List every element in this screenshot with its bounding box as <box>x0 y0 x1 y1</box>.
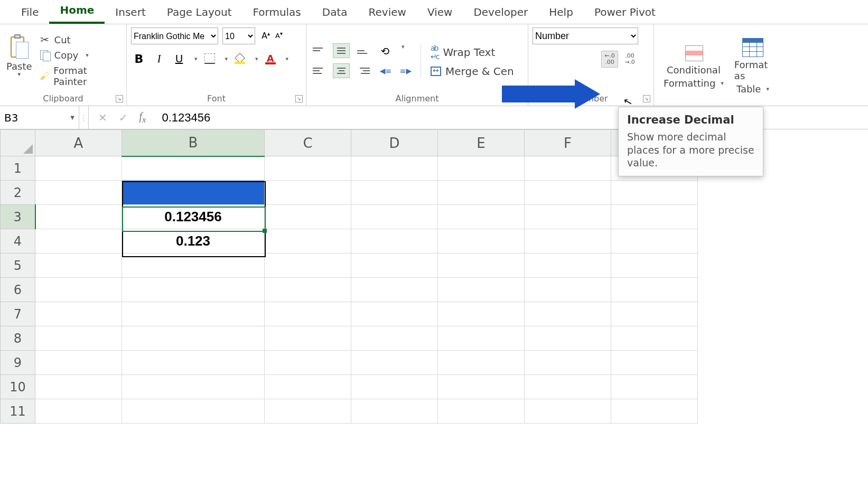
decrease-font-size-button[interactable]: A▾ <box>273 30 285 42</box>
orientation-button[interactable]: ⟲ <box>377 43 393 59</box>
cell-d6[interactable] <box>351 278 438 302</box>
cell-d10[interactable] <box>351 375 438 399</box>
cell-d4[interactable] <box>351 229 438 254</box>
cell-b2[interactable] <box>122 181 265 205</box>
cell-e6[interactable] <box>438 278 525 302</box>
fx-icon[interactable]: fx <box>139 110 146 125</box>
cell-d1[interactable] <box>351 156 438 181</box>
cell-c6[interactable] <box>265 278 351 302</box>
cell-a6[interactable] <box>35 278 122 302</box>
align-top-button[interactable] <box>311 43 328 58</box>
tab-view[interactable]: View <box>417 1 463 24</box>
cell-a2[interactable] <box>35 181 122 205</box>
format-painter-button[interactable]: 🖌 Format Painter <box>40 65 119 87</box>
cell-a3[interactable] <box>35 205 122 229</box>
cell-b1[interactable] <box>122 156 265 181</box>
cell-b5[interactable] <box>122 254 265 278</box>
row-header-1[interactable]: 1 <box>1 156 35 181</box>
col-header-d[interactable]: D <box>351 130 438 156</box>
number-format-select[interactable]: Number <box>533 27 638 44</box>
cell-b3[interactable]: 0.123456 <box>122 205 265 229</box>
copy-button[interactable]: Copy ▾ <box>40 50 119 61</box>
cell-a1[interactable] <box>35 156 122 181</box>
cell-a7[interactable] <box>35 302 122 326</box>
name-box[interactable]: B3 ▼ <box>0 106 79 129</box>
cell-d11[interactable] <box>351 399 438 424</box>
col-header-a[interactable]: A <box>35 130 122 156</box>
cell-d9[interactable] <box>351 351 438 375</box>
cell-b10[interactable] <box>122 375 265 399</box>
format-as-table-button[interactable]: Format as Table▾ <box>729 38 777 95</box>
cell-f5[interactable] <box>525 254 611 278</box>
name-box-dropdown[interactable]: ▼ <box>70 115 74 120</box>
font-dialog-launcher[interactable]: ↘ <box>295 95 303 102</box>
cell-g7[interactable] <box>611 302 698 326</box>
merge-center-button[interactable]: Merge & Cen <box>431 65 514 78</box>
borders-button[interactable] <box>202 51 218 67</box>
orientation-dropdown[interactable]: ▾ <box>402 43 405 59</box>
number-dialog-launcher[interactable]: ↘ <box>643 95 650 102</box>
cell-e9[interactable] <box>438 351 525 375</box>
cell-f3[interactable] <box>525 205 611 229</box>
font-color-dropdown[interactable]: ▾ <box>286 55 289 62</box>
cell-d3[interactable] <box>351 205 438 229</box>
tab-help[interactable]: Help <box>538 1 584 24</box>
cell-g8[interactable] <box>611 326 698 351</box>
cell-b8[interactable] <box>122 326 265 351</box>
tab-data[interactable]: Data <box>312 1 358 24</box>
paste-button[interactable]: Paste ▾ <box>4 32 34 78</box>
cell-e5[interactable] <box>438 254 525 278</box>
cell-e7[interactable] <box>438 302 525 326</box>
cell-g10[interactable] <box>611 375 698 399</box>
align-center-button[interactable] <box>333 63 350 78</box>
cell-c4[interactable] <box>265 229 351 254</box>
cell-c3[interactable] <box>265 205 351 229</box>
cell-c11[interactable] <box>265 399 351 424</box>
cell-a5[interactable] <box>35 254 122 278</box>
cell-b6[interactable] <box>122 278 265 302</box>
fill-color-dropdown[interactable]: ▾ <box>255 55 258 62</box>
cell-g3[interactable] <box>611 205 698 229</box>
col-header-e[interactable]: E <box>438 130 525 156</box>
decrease-indent-button[interactable]: ◀≡ <box>377 63 394 78</box>
clipboard-dialog-launcher[interactable]: ↘ <box>116 95 123 102</box>
row-header-3[interactable]: 3 <box>1 205 35 229</box>
cell-b11[interactable] <box>122 399 265 424</box>
underline-button[interactable]: U <box>171 51 187 67</box>
paste-dropdown[interactable]: ▾ <box>18 73 21 76</box>
row-header-6[interactable]: 6 <box>1 278 35 302</box>
font-name-select[interactable]: Franklin Gothic Me <box>131 27 218 44</box>
tab-file[interactable]: File <box>11 1 49 24</box>
font-color-button[interactable]: A <box>263 51 278 67</box>
tab-power-pivot[interactable]: Power Pivot <box>584 1 666 24</box>
cell-a8[interactable] <box>35 326 122 351</box>
cell-c8[interactable] <box>265 326 351 351</box>
cell-e11[interactable] <box>438 399 525 424</box>
cell-f7[interactable] <box>525 302 611 326</box>
row-header-2[interactable]: 2 <box>1 181 35 205</box>
increase-indent-button[interactable]: ≡▶ <box>397 63 414 78</box>
cell-a10[interactable] <box>35 375 122 399</box>
col-header-f[interactable]: F <box>525 130 611 156</box>
align-right-button[interactable] <box>355 63 372 78</box>
cell-c5[interactable] <box>265 254 351 278</box>
wrap-text-button[interactable]: ab↵c Wrap Text <box>431 44 514 61</box>
col-header-b[interactable]: B <box>122 130 265 156</box>
italic-button[interactable]: I <box>151 51 167 67</box>
cell-f11[interactable] <box>525 399 611 424</box>
row-header-4[interactable]: 4 <box>1 229 35 254</box>
increase-font-size-button[interactable]: A▴ <box>259 30 272 42</box>
cell-d7[interactable] <box>351 302 438 326</box>
fill-color-button[interactable] <box>232 51 248 67</box>
cell-d2[interactable] <box>351 181 438 205</box>
cell-a9[interactable] <box>35 351 122 375</box>
cell-b4[interactable]: 0.123 <box>122 229 265 254</box>
decrease-decimal-button[interactable]: .00 →.0 <box>621 51 638 68</box>
tab-formulas[interactable]: Formulas <box>242 1 312 24</box>
cell-c10[interactable] <box>265 375 351 399</box>
row-header-9[interactable]: 9 <box>1 351 35 375</box>
cell-f8[interactable] <box>525 326 611 351</box>
conditional-formatting-button[interactable]: Conditional Formatting▾ <box>658 43 729 89</box>
tab-developer[interactable]: Developer <box>463 1 538 24</box>
borders-dropdown[interactable]: ▾ <box>225 55 228 62</box>
